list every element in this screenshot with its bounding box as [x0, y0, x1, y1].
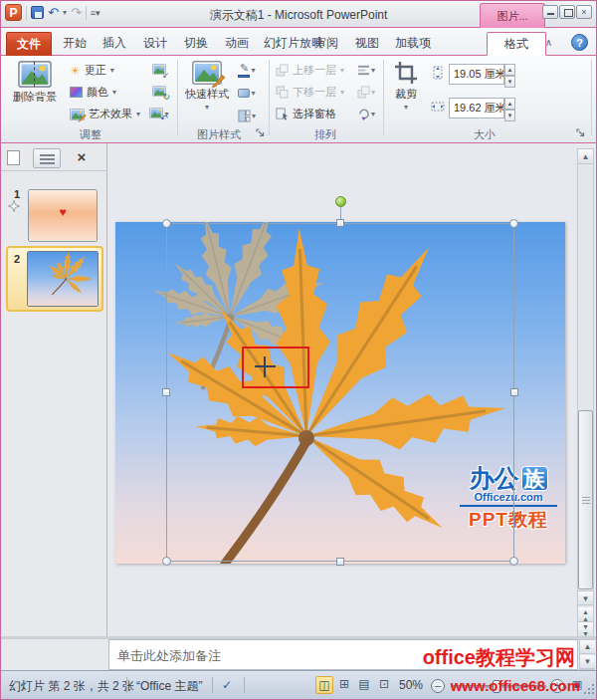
collapse-ribbon-icon[interactable]: ∧	[545, 37, 552, 48]
size-dialog-launcher-icon[interactable]	[576, 128, 587, 139]
send-backward-icon	[276, 86, 289, 99]
tab-format-active[interactable]: 格式	[487, 32, 546, 56]
tab-view[interactable]: 视图	[346, 32, 388, 56]
close-button[interactable]: ×	[576, 5, 592, 19]
close-panel-icon[interactable]: ×	[71, 147, 93, 168]
shape-width-stepper[interactable]: ▴▾	[504, 98, 515, 118]
zoom-level[interactable]: 50%	[399, 678, 423, 692]
align-icon	[357, 64, 370, 77]
crop-button[interactable]: 裁剪 ▾	[387, 58, 425, 127]
spell-check-icon[interactable]: ✓	[222, 678, 232, 692]
slide-2-thumbnail[interactable]	[27, 251, 99, 307]
rotation-handle[interactable]	[335, 196, 346, 207]
resize-grip[interactable]	[582, 684, 594, 696]
resize-handle-top[interactable]	[336, 219, 344, 227]
shape-height-stepper[interactable]: ▴▾	[504, 64, 515, 85]
rotate-button[interactable]: ▾	[355, 104, 377, 123]
shape-width-value: 19.62 厘米	[454, 102, 504, 114]
notes-placeholder: 单击此处添加备注	[117, 647, 221, 665]
picture-effects-icon	[238, 89, 250, 98]
outline-tab[interactable]	[33, 148, 61, 168]
slide-1-number: 1	[14, 188, 20, 200]
selection-pane-label: 选择窗格	[293, 107, 336, 121]
picture-border-button[interactable]: ✎ ▾	[236, 60, 258, 80]
remove-background-button[interactable]: 删除背景	[7, 58, 63, 127]
quick-styles-button[interactable]: 快速样式 ▾	[182, 58, 232, 127]
resize-handle-right[interactable]	[510, 388, 518, 396]
powerpoint-window: P ↶▾ ↷ ≡▾ 演示文稿1 - Microsoft PowerPoint 图…	[0, 0, 597, 700]
notes-scrollbar[interactable]: ▲ ▼	[579, 639, 595, 670]
artistic-effects-icon	[70, 109, 85, 120]
compress-pictures-button[interactable]: ↙	[148, 60, 170, 80]
notes-scroll-up-icon[interactable]: ▲	[580, 640, 595, 654]
shape-height-input[interactable]: 19.05 厘米	[449, 64, 504, 85]
tab-design[interactable]: 设计	[134, 32, 176, 56]
quick-styles-label: 快速样式	[185, 88, 229, 100]
picture-styles-dialog-launcher-icon[interactable]	[256, 128, 267, 139]
align-button[interactable]: ▾	[355, 60, 377, 80]
slide-1-thumbnail[interactable]: ♥	[28, 189, 98, 242]
scrollbar-thumb[interactable]	[578, 410, 593, 589]
picture-effects-button[interactable]: ▾	[236, 83, 258, 103]
notes-scroll-down-icon[interactable]: ▼	[580, 655, 595, 669]
artistic-effects-label: 艺术效果	[89, 107, 132, 121]
next-slide-icon[interactable]: ▼▼	[578, 622, 593, 637]
selection-pane-icon	[276, 108, 289, 120]
stepper-up-icon: ▴	[504, 64, 515, 76]
help-icon[interactable]: ?	[571, 34, 588, 51]
shape-height-value: 19.05 厘米	[454, 68, 504, 80]
tab-insert[interactable]: 插入	[94, 32, 135, 56]
resize-handle-left[interactable]	[162, 388, 170, 396]
stepper-down-icon: ▾	[504, 76, 515, 88]
scroll-up-icon[interactable]: ▲	[578, 149, 593, 164]
shape-width-icon	[431, 100, 445, 117]
send-backward-button[interactable]: 下移一层▾	[273, 82, 344, 103]
workspace: × 1 ♥ 2	[1, 143, 596, 636]
group-button[interactable]: ▾	[355, 82, 377, 102]
slides-tab-icon[interactable]	[7, 150, 20, 165]
reading-view-icon[interactable]: ▤	[355, 676, 373, 694]
notes-editor[interactable]: 单击此处添加备注 office教程学习网	[108, 639, 578, 670]
resize-handle-bottom-right[interactable]	[509, 557, 518, 566]
reset-picture-button[interactable]: ↶ ▾	[148, 104, 170, 123]
tab-home[interactable]: 开始	[54, 32, 96, 56]
slideshow-view-icon[interactable]: ⊡	[375, 676, 393, 694]
corrections-button[interactable]: ☀ 更正▾	[67, 60, 114, 81]
slide-sorter-view-icon[interactable]: ⊞	[335, 676, 353, 694]
restore-button[interactable]	[559, 5, 575, 19]
tab-transitions[interactable]: 切换	[175, 32, 217, 56]
zoom-out-icon[interactable]: –	[431, 679, 445, 693]
picture-border-icon: ✎	[238, 62, 250, 78]
picture-styles-group-label: 图片样式	[178, 127, 260, 141]
normal-view-icon[interactable]: ◫	[315, 676, 333, 694]
tab-review[interactable]: 审阅	[305, 32, 347, 56]
minimize-button[interactable]	[542, 5, 558, 19]
compress-pictures-icon: ↙	[152, 64, 166, 76]
resize-handle-top-right[interactable]	[509, 219, 518, 228]
slides-panel: × 1 ♥ 2	[1, 143, 107, 636]
picture-tools-contextual-header: 图片...	[480, 3, 545, 28]
bring-forward-button[interactable]: 上移一层▾	[273, 60, 344, 81]
resize-handle-bottom[interactable]	[336, 558, 344, 566]
slide-2-number: 2	[14, 253, 20, 265]
quick-styles-icon	[192, 61, 222, 85]
shape-width-input[interactable]: 19.62 厘米	[449, 98, 504, 118]
tab-animations[interactable]: 动画	[216, 32, 258, 56]
tab-addins[interactable]: 加载项	[386, 32, 440, 56]
resize-handle-top-left[interactable]	[162, 219, 171, 228]
artistic-effects-button[interactable]: 艺术效果▾	[67, 104, 140, 124]
theme-name[interactable]: “Office 主题”	[136, 678, 202, 695]
mark-area-rectangle	[242, 347, 309, 388]
website-watermark-text: www.office68.com	[451, 677, 580, 694]
selection-pane-button[interactable]: 选择窗格	[273, 104, 336, 124]
previous-slide-icon[interactable]: ▲▲	[578, 607, 593, 622]
resize-handle-bottom-left[interactable]	[162, 557, 171, 566]
change-picture-button[interactable]: ↻	[148, 82, 170, 102]
vertical-scrollbar[interactable]: ▲ ▼ ▲▲ ▼▼	[577, 148, 594, 636]
scroll-down-icon[interactable]: ▼	[578, 590, 593, 605]
logo-text-zu: 族	[521, 466, 548, 491]
tab-file[interactable]: 文件	[6, 32, 52, 56]
color-button[interactable]: 颜色▾	[67, 82, 116, 103]
stepper-up-icon: ▴	[504, 98, 515, 110]
picture-layout-button[interactable]: ▾	[236, 106, 258, 125]
